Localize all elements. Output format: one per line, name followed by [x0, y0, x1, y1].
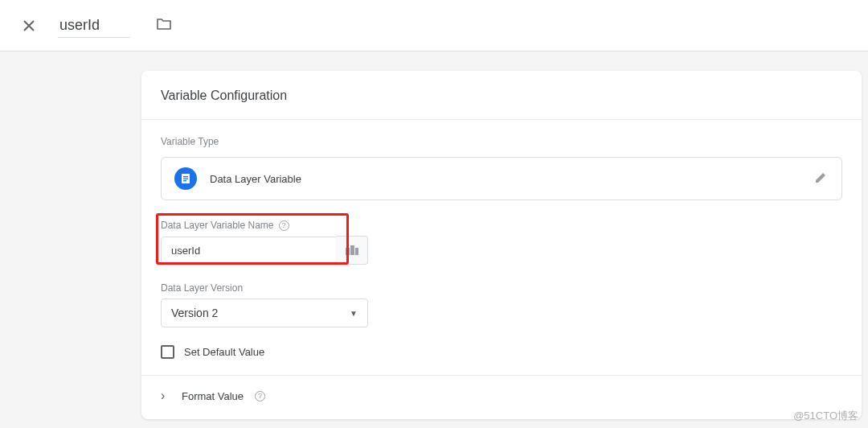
variable-name-input[interactable] [58, 14, 130, 38]
svg-rect-4 [346, 248, 350, 255]
help-icon[interactable]: ? [279, 220, 289, 231]
version-field-label: Data Layer Version [161, 282, 243, 294]
version-select-value: Version 2 [171, 307, 218, 319]
variable-picker-icon[interactable] [336, 236, 368, 265]
edit-icon[interactable] [814, 170, 829, 187]
watermark: @51CTO博客 [793, 409, 858, 423]
variable-configuration-card: Variable Configuration Variable Type Dat… [141, 71, 862, 419]
variable-type-label: Variable Type [161, 136, 842, 147]
data-layer-version-select[interactable]: Version 2 ▼ [161, 298, 368, 327]
name-field-label: Data Layer Variable Name [161, 220, 274, 231]
svg-rect-3 [183, 180, 186, 181]
help-icon[interactable]: ? [255, 391, 265, 401]
set-default-checkbox[interactable] [161, 345, 174, 359]
set-default-checkbox-row[interactable]: Set Default Value [161, 345, 842, 359]
format-value-label: Format Value [182, 390, 244, 402]
data-layer-variable-name-input[interactable] [161, 237, 338, 265]
format-value-expander[interactable]: › Format Value ? [161, 376, 842, 413]
version-field-group: Data Layer Version Version 2 ▼ [161, 282, 842, 327]
set-default-label: Set Default Value [184, 346, 264, 358]
close-icon[interactable] [19, 16, 39, 35]
svg-rect-5 [350, 245, 354, 255]
variable-type-name: Data Layer Variable [210, 173, 301, 185]
editor-header [0, 0, 868, 51]
chevron-right-icon: › [161, 389, 170, 403]
svg-rect-2 [183, 179, 188, 179]
card-title: Variable Configuration [141, 71, 862, 120]
svg-rect-1 [183, 176, 188, 177]
variable-type-selector[interactable]: Data Layer Variable [161, 157, 842, 200]
name-field-group: Data Layer Variable Name ? [161, 220, 842, 265]
svg-rect-6 [355, 248, 358, 255]
chevron-down-icon: ▼ [350, 309, 358, 318]
folder-icon[interactable] [156, 16, 172, 35]
data-layer-icon [174, 167, 197, 190]
